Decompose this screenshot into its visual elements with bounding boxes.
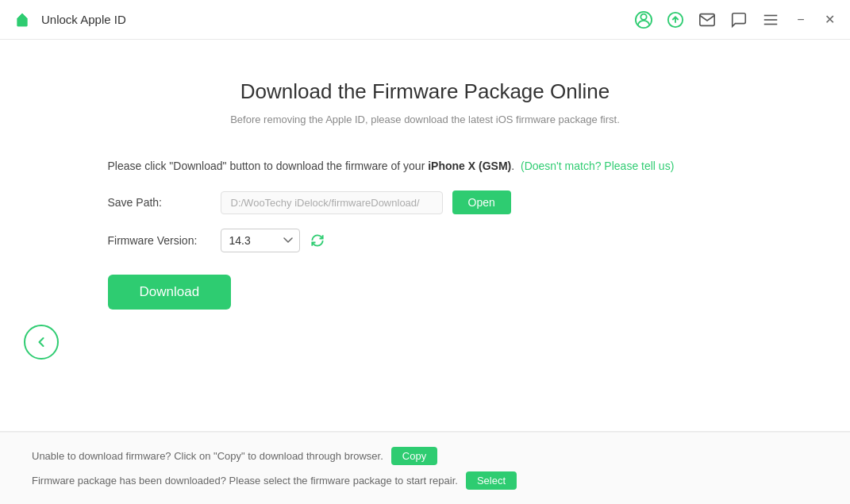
minimize-button[interactable]: − [790, 9, 812, 31]
app-title: Unlock Apple ID [41, 13, 126, 26]
chat-icon[interactable] [726, 7, 752, 33]
back-button[interactable] [24, 325, 59, 360]
menu-icon[interactable] [758, 7, 783, 33]
footer-select-text: Firmware package has been downloaded? Pl… [32, 475, 458, 487]
save-path-label: Save Path: [108, 196, 211, 209]
select-button[interactable]: Select [466, 471, 517, 490]
upgrade-icon[interactable] [663, 7, 688, 33]
page-title: Download the Firmware Package Online [240, 79, 610, 104]
device-info: Please click "Download" button to downlo… [108, 157, 743, 175]
footer-area: Unable to download firmware? Click on "C… [0, 432, 850, 504]
firmware-version-label: Firmware Version: [108, 234, 211, 247]
page-subtitle: Before removing the Apple ID, please dow… [230, 113, 620, 125]
open-button[interactable]: Open [452, 190, 511, 214]
titlebar-left: Unlock Apple ID [10, 7, 126, 33]
home-icon[interactable] [10, 7, 35, 33]
footer-select-row: Firmware package has been downloaded? Pl… [32, 471, 818, 490]
copy-button[interactable]: Copy [391, 447, 437, 465]
main-content: Download the Firmware Package Online Bef… [0, 40, 850, 431]
device-info-text: Please click "Download" button to downlo… [108, 160, 429, 172]
firmware-version-select[interactable]: 14.3 14.2 14.1 14.0 [221, 229, 300, 252]
svg-point-0 [640, 13, 646, 19]
titlebar: Unlock Apple ID [0, 0, 850, 40]
refresh-icon[interactable] [310, 233, 325, 248]
footer-copy-text: Unable to download firmware? Click on "C… [32, 450, 383, 462]
close-button[interactable]: ✕ [818, 9, 840, 31]
doesnt-match-link[interactable]: (Doesn't match? Please tell us) [521, 160, 674, 172]
firmware-version-row: Firmware Version: 14.3 14.2 14.1 14.0 [108, 229, 743, 252]
user-icon[interactable] [631, 7, 656, 33]
save-path-value: D:/WooTechy iDelock/firmwareDownload/ [221, 191, 443, 214]
device-period: . [511, 160, 514, 172]
device-name: iPhone X (GSM) [428, 160, 511, 172]
save-path-row: Save Path: D:/WooTechy iDelock/firmwareD… [108, 190, 743, 214]
footer-copy-row: Unable to download firmware? Click on "C… [32, 447, 818, 465]
form-area: Please click "Download" button to downlo… [108, 157, 743, 310]
mail-icon[interactable] [694, 7, 720, 33]
download-button[interactable]: Download [108, 275, 232, 310]
titlebar-right: − ✕ [631, 7, 840, 33]
